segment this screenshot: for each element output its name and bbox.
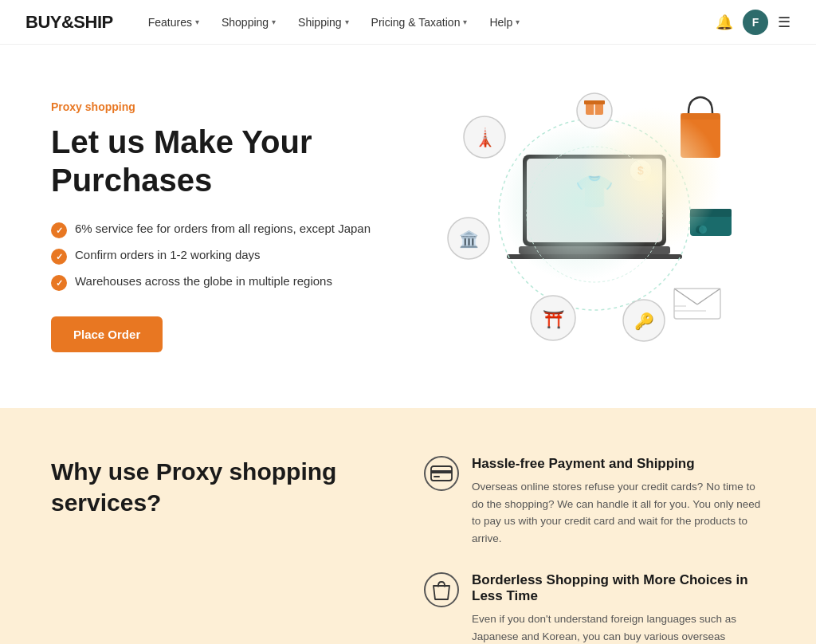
nav-item-shopping[interactable]: Shopping ▾ <box>212 10 285 35</box>
shopping-bag-icon <box>424 572 459 607</box>
why-title: Why use Proxy shopping services? <box>51 456 392 518</box>
nav-item-pricing[interactable]: Pricing & Taxation ▾ <box>362 10 477 35</box>
avatar[interactable]: F <box>743 10 768 35</box>
nav-item-shipping[interactable]: Shipping ▾ <box>288 10 359 35</box>
chevron-down-icon: ▾ <box>516 18 520 26</box>
illustration-container: 👕 $ 🗼 <box>435 91 738 362</box>
bell-icon[interactable]: 🔔 <box>716 14 733 31</box>
svg-text:⛩️: ⛩️ <box>543 308 565 330</box>
nav-links: Features ▾ Shopping ▾ Shipping ▾ Pricing… <box>139 10 716 35</box>
place-order-button[interactable]: Place Order <box>51 316 163 352</box>
hero-illustration: 👕 $ 🗼 <box>408 83 765 370</box>
svg-rect-33 <box>431 470 452 473</box>
logo[interactable]: BUY&SHIP <box>26 12 113 33</box>
hero-title: Let us Make Your Purchases <box>51 123 408 199</box>
lower-grid: Why use Proxy shopping services? Hassle-… <box>51 456 765 644</box>
bag-icon <box>431 579 452 601</box>
payment-icon <box>424 456 459 491</box>
nav-item-help[interactable]: Help ▾ <box>480 10 529 35</box>
svg-text:🏛️: 🏛️ <box>459 230 479 249</box>
benefits-list: Hassle-free Payment and Shipping Oversea… <box>424 456 765 644</box>
chevron-down-icon: ▾ <box>463 18 467 26</box>
svg-point-36 <box>444 585 446 587</box>
svg-rect-34 <box>434 476 440 477</box>
chevron-down-icon: ▾ <box>272 18 276 26</box>
chevron-down-icon: ▾ <box>345 18 349 26</box>
features-list: 6% service fee for orders from all regio… <box>51 222 408 291</box>
feature-item: Confirm orders in 1-2 working days <box>51 248 408 265</box>
benefit-text-borderless: Borderless Shopping with More Choices in… <box>472 572 765 644</box>
check-icon <box>51 275 67 291</box>
why-column: Why use Proxy shopping services? <box>51 456 392 644</box>
svg-rect-13 <box>584 100 605 104</box>
feature-item: 6% service fee for orders from all regio… <box>51 222 408 238</box>
navbar: BUY&SHIP Features ▾ Shopping ▾ Shipping … <box>0 0 816 45</box>
hero-tag: Proxy shopping <box>51 100 408 113</box>
nav-item-features[interactable]: Features ▾ <box>139 10 209 35</box>
chevron-down-icon: ▾ <box>195 18 199 26</box>
nav-right: 🔔 F ☰ <box>716 10 790 35</box>
check-icon <box>51 222 67 238</box>
benefit-item-borderless: Borderless Shopping with More Choices in… <box>424 572 765 644</box>
benefit-item-payment: Hassle-free Payment and Shipping Oversea… <box>424 456 765 547</box>
benefit-text-payment: Hassle-free Payment and Shipping Oversea… <box>472 456 765 547</box>
hero-section: Proxy shopping Let us Make Your Purchase… <box>0 45 816 408</box>
lower-section: Why use Proxy shopping services? Hassle-… <box>0 408 816 644</box>
svg-text:🗼: 🗼 <box>474 127 496 148</box>
hero-content: Proxy shopping Let us Make Your Purchase… <box>51 100 408 352</box>
check-icon <box>51 249 67 265</box>
bg-circle-yellow <box>579 107 722 250</box>
feature-item: Warehouses across the globe in multiple … <box>51 274 408 291</box>
credit-card-icon <box>430 465 453 481</box>
hamburger-menu-icon[interactable]: ☰ <box>778 14 790 31</box>
svg-point-35 <box>437 585 440 587</box>
svg-text:🔑: 🔑 <box>634 312 654 331</box>
